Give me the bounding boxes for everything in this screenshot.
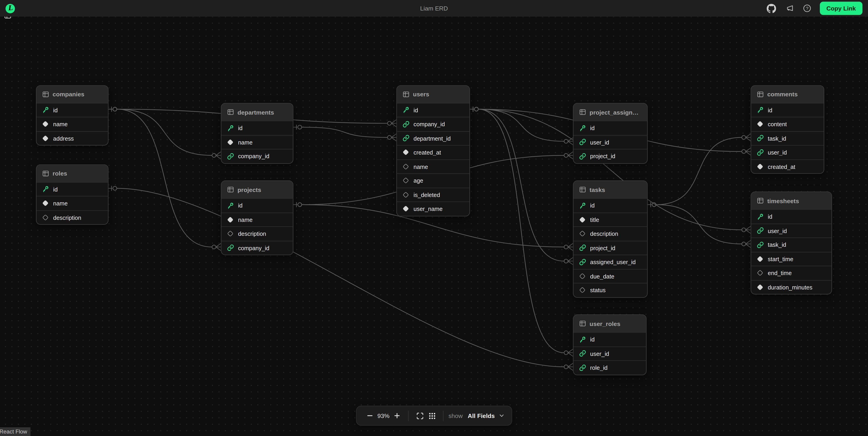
- column-row-name[interactable]: name: [36, 117, 108, 131]
- edges-layer: [0, 17, 868, 436]
- release-notes-button[interactable]: [784, 3, 794, 13]
- table-header[interactable]: tasks: [574, 181, 647, 198]
- table-roles[interactable]: roles idnamedescription: [36, 164, 109, 225]
- column-row-id[interactable]: id: [36, 182, 108, 196]
- tidy-up-button[interactable]: [426, 409, 438, 422]
- column-row-department_id[interactable]: department_id: [397, 131, 470, 145]
- table-name: companies: [53, 91, 84, 97]
- column-row-start_time[interactable]: start_time: [751, 252, 832, 266]
- erd-canvas[interactable]: companies idnameaddress roles idnamedesc…: [0, 17, 868, 436]
- table-header[interactable]: roles: [36, 164, 108, 182]
- column-name: is_deleted: [413, 191, 440, 198]
- column-name: task_id: [768, 135, 786, 142]
- nullable-diamond-icon: [756, 269, 764, 277]
- table-header[interactable]: timesheets: [751, 192, 832, 209]
- column-row-id[interactable]: id: [751, 103, 824, 117]
- table-projects[interactable]: projects idnamedescription company_id: [221, 180, 293, 255]
- column-row-address[interactable]: address: [36, 131, 108, 145]
- column-row-name[interactable]: name: [36, 196, 108, 210]
- column-row-id[interactable]: id: [397, 103, 470, 117]
- fit-view-button[interactable]: [414, 409, 426, 422]
- github-button[interactable]: [767, 3, 777, 13]
- column-row-title[interactable]: title: [574, 212, 647, 226]
- column-row-user_id[interactable]: user_id: [574, 135, 647, 149]
- primary-key-icon: [756, 213, 764, 220]
- column-row-id[interactable]: id: [221, 198, 293, 212]
- column-row-created_at[interactable]: created_at: [397, 145, 470, 159]
- column-row-created_at[interactable]: created_at: [751, 159, 824, 173]
- column-row-id[interactable]: id: [574, 332, 646, 346]
- column-row-id[interactable]: id: [36, 103, 108, 117]
- table-timesheets[interactable]: timesheets id user_id task_idstart_timee…: [751, 191, 832, 294]
- column-row-duration_minutes[interactable]: duration_minutes: [751, 280, 832, 294]
- table-comments[interactable]: comments idcontent task_id user_idcreate…: [751, 85, 824, 174]
- column-row-due_date[interactable]: due_date: [574, 269, 647, 283]
- column-row-project_id[interactable]: project_id: [574, 241, 647, 255]
- zoom-in-button[interactable]: [391, 409, 403, 422]
- column-row-project_id[interactable]: project_id: [574, 149, 647, 163]
- table-icon: [41, 169, 49, 177]
- column-row-name[interactable]: name: [221, 212, 293, 226]
- table-users[interactable]: users id company_id department_idcreated…: [396, 85, 470, 216]
- table-header[interactable]: users: [397, 86, 470, 103]
- foreign-key-link-icon: [226, 152, 234, 160]
- primary-key-icon: [402, 106, 410, 114]
- fields-filter-select[interactable]: All Fields: [468, 412, 504, 419]
- column-row-description[interactable]: description: [574, 226, 647, 241]
- foreign-key-link-icon: [402, 134, 410, 142]
- not-null-diamond-icon: [41, 199, 49, 207]
- column-name: name: [53, 121, 68, 127]
- liam-logo[interactable]: L: [5, 4, 15, 13]
- table-project_assignments[interactable]: project_assignments id user_id project_i…: [573, 103, 648, 164]
- column-row-name[interactable]: name: [221, 135, 293, 149]
- foreign-key-link-icon: [579, 152, 586, 160]
- column-row-status[interactable]: status: [574, 283, 647, 297]
- column-row-age[interactable]: age: [397, 173, 470, 187]
- column-row-user_name[interactable]: user_name: [397, 201, 470, 216]
- table-header[interactable]: projects: [221, 181, 293, 198]
- column-row-company_id[interactable]: company_id: [397, 117, 470, 131]
- page-title: Liam ERD: [0, 5, 868, 12]
- column-row-user_id[interactable]: user_id: [751, 145, 824, 159]
- table-header[interactable]: user_roles: [574, 315, 646, 332]
- column-row-user_id[interactable]: user_id: [751, 223, 832, 238]
- column-row-id[interactable]: id: [751, 209, 832, 223]
- minus-icon: [367, 412, 373, 419]
- column-row-description[interactable]: description: [36, 210, 108, 224]
- column-name: company_id: [413, 121, 445, 127]
- help-button[interactable]: ?: [802, 3, 812, 13]
- column-row-task_id[interactable]: task_id: [751, 131, 824, 145]
- column-row-task_id[interactable]: task_id: [751, 238, 832, 252]
- foreign-key-link-icon: [402, 120, 410, 128]
- column-row-company_id[interactable]: company_id: [221, 241, 293, 255]
- column-row-user_id[interactable]: user_id: [574, 346, 646, 361]
- column-row-id[interactable]: id: [574, 198, 647, 212]
- table-icon: [756, 90, 764, 98]
- table-name: departments: [238, 108, 274, 115]
- column-row-id[interactable]: id: [574, 121, 647, 135]
- table-user_roles[interactable]: user_roles id user_id role_id: [573, 314, 647, 375]
- column-name: status: [590, 287, 606, 293]
- column-name: id: [53, 106, 58, 113]
- column-row-assigned_user_id[interactable]: assigned_user_id: [574, 254, 647, 269]
- column-row-description[interactable]: description: [221, 226, 293, 241]
- copy-link-button[interactable]: Copy Link: [820, 2, 863, 15]
- table-companies[interactable]: companies idnameaddress: [36, 85, 109, 146]
- column-row-name[interactable]: name: [397, 159, 470, 173]
- column-row-id[interactable]: id: [221, 121, 293, 135]
- zoom-out-button[interactable]: [364, 409, 376, 422]
- column-row-role_id[interactable]: role_id: [574, 361, 646, 375]
- table-tasks[interactable]: tasks idtitledescription project_id assi…: [573, 180, 648, 298]
- table-departments[interactable]: departments idname company_id: [221, 103, 293, 164]
- table-header[interactable]: departments: [221, 103, 293, 121]
- column-row-is_deleted[interactable]: is_deleted: [397, 187, 470, 201]
- table-header[interactable]: companies: [36, 86, 108, 103]
- table-header[interactable]: project_assignments: [574, 103, 647, 121]
- column-row-end_time[interactable]: end_time: [751, 266, 832, 280]
- foreign-key-link-icon: [756, 134, 764, 142]
- react-flow-attribution[interactable]: React Flow: [0, 427, 30, 436]
- column-row-company_id[interactable]: company_id: [221, 149, 293, 163]
- table-header[interactable]: comments: [751, 86, 824, 103]
- top-bar: L Liam ERD ? Copy Link: [0, 0, 868, 17]
- column-row-content[interactable]: content: [751, 117, 824, 131]
